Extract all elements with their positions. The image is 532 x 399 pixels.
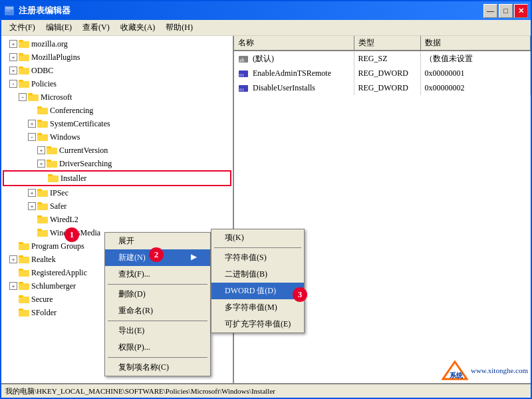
- context-menu[interactable]: 展开 新建(N) ▶ 查找(F)... 删除(D) 重命名(R) 导出(E) 权…: [104, 232, 211, 376]
- close-button[interactable]: ✕: [514, 4, 528, 18]
- tree-item-systemcerts[interactable]: + SystemCertificates: [3, 117, 231, 130]
- menu-edit[interactable]: 编辑(E): [41, 21, 77, 35]
- ctx-separator-3: [108, 357, 207, 358]
- tree-label-realtek: Realtek: [31, 253, 56, 265]
- table-row[interactable]: 01 DisableUserInstalls REG_DWORD 0x00000…: [234, 80, 531, 95]
- expand-odbc[interactable]: +: [9, 66, 17, 74]
- svg-rect-8: [19, 68, 29, 74]
- svg-rect-21: [47, 146, 51, 148]
- expand-realtek[interactable]: +: [9, 255, 17, 263]
- tree-item-odbc[interactable]: + ODBC: [3, 64, 231, 77]
- ctx-permissions[interactable]: 权限(P)...: [105, 339, 210, 356]
- svg-rect-35: [19, 242, 23, 244]
- folder-icon-microsoft: [28, 92, 39, 102]
- expand-windows[interactable]: -: [28, 133, 36, 141]
- svg-rect-29: [37, 202, 42, 204]
- table-row[interactable]: 01 EnableAdminTSRemote REG_DWORD 0x00000…: [234, 66, 531, 80]
- expand-microsoft[interactable]: -: [19, 93, 27, 101]
- ctx-rename[interactable]: 重命名(R): [105, 303, 210, 319]
- ctx-export[interactable]: 导出(E): [105, 323, 210, 339]
- tree-item-microsoft[interactable]: - Microsoft: [3, 90, 231, 104]
- submenu-key[interactable]: 项(K): [211, 229, 304, 246]
- tree-item-wiredl2[interactable]: WiredL2: [3, 213, 231, 226]
- menu-help[interactable]: 帮助(H): [160, 21, 198, 35]
- svg-rect-12: [28, 94, 39, 101]
- folder-icon-secure: [19, 295, 29, 304]
- svg-rect-17: [37, 120, 42, 122]
- svg-rect-20: [47, 148, 57, 154]
- tree-item-currentversion[interactable]: + CurrentVersion: [3, 144, 231, 157]
- tree-label-schlumberger: Schlumberger: [31, 280, 76, 292]
- submenu-binary[interactable]: 二进制值(B): [211, 266, 304, 283]
- tree-label-registeredapplic: RegisteredApplic: [31, 267, 87, 279]
- expand-driversearching[interactable]: +: [37, 160, 45, 168]
- svg-rect-42: [19, 297, 29, 303]
- menu-view[interactable]: 查看(V): [77, 21, 115, 35]
- expand-mozilla[interactable]: +: [9, 40, 17, 48]
- folder-icon-sfolder: [19, 308, 29, 317]
- svg-rect-11: [19, 80, 23, 82]
- folder-icon-wiredl2: [37, 215, 48, 224]
- tree-label-installer: Installer: [61, 172, 86, 184]
- svg-rect-32: [37, 230, 48, 237]
- tree-item-windows[interactable]: - Windows: [3, 130, 231, 144]
- svg-rect-14: [37, 108, 48, 114]
- submenu-multistring[interactable]: 多字符串值(M): [211, 299, 304, 316]
- svg-rect-6: [19, 55, 29, 61]
- tree-item-mozillaplugins[interactable]: + MozillaPlugins: [3, 51, 231, 64]
- expand-mozillaplugins[interactable]: +: [9, 53, 17, 61]
- tree-item-policies[interactable]: - Policies: [3, 77, 231, 90]
- svg-rect-5: [19, 40, 23, 42]
- svg-rect-18: [37, 134, 48, 141]
- submenu-expandstring[interactable]: 可扩充字符串值(E): [211, 316, 304, 332]
- svg-rect-34: [19, 243, 29, 250]
- submenu[interactable]: 项(K) 字符串值(S) 二进制值(B) DWORD 值(D) 多字符串值(M)…: [211, 229, 305, 333]
- folder-icon-policies: [19, 79, 29, 88]
- tree-item-safer[interactable]: + Safer: [3, 200, 231, 213]
- ctx-new-arrow: ▶: [191, 252, 197, 262]
- svg-text:01: 01: [239, 87, 245, 92]
- ctx-expand[interactable]: 展开: [105, 233, 210, 249]
- cell-data-enableadmin: 0x00000001: [420, 66, 531, 80]
- menu-file[interactable]: 文件(F): [4, 21, 41, 35]
- tree-item-installer[interactable]: Installer: [3, 170, 231, 186]
- expand-currentversion[interactable]: +: [37, 146, 45, 154]
- ctx-copy-name[interactable]: 复制项名称(C): [105, 359, 210, 376]
- svg-rect-28: [37, 203, 48, 210]
- svg-rect-43: [19, 295, 23, 297]
- svg-rect-22: [47, 161, 57, 168]
- tree-label-mozillaplugins: MozillaPlugins: [31, 51, 80, 63]
- cell-type-enableadmin: REG_DWORD: [354, 66, 420, 80]
- ctx-new[interactable]: 新建(N) ▶: [105, 249, 210, 266]
- tree-item-mozilla[interactable]: + mozilla.org: [3, 37, 231, 51]
- table-row[interactable]: ab (默认) REG_SZ （数值未设置: [234, 51, 531, 66]
- expand-systemcerts[interactable]: +: [28, 120, 36, 128]
- maximize-button[interactable]: □: [499, 4, 513, 18]
- tree-item-ipsec[interactable]: + IPSec: [3, 186, 231, 200]
- submenu-string[interactable]: 字符串值(S): [211, 249, 304, 266]
- ctx-find[interactable]: 查找(F)...: [105, 266, 210, 283]
- svg-rect-33: [37, 229, 42, 231]
- tree-label-windowsmedia: WindowsMedia: [50, 227, 100, 239]
- cell-name-enableadmin: 01 EnableAdminTSRemote: [234, 66, 354, 80]
- svg-rect-26: [37, 190, 48, 197]
- expand-schlumberger[interactable]: +: [9, 282, 17, 290]
- svg-rect-41: [19, 282, 23, 284]
- expand-policies[interactable]: -: [9, 80, 17, 88]
- expand-safer[interactable]: +: [28, 202, 36, 210]
- tree-label-conferencing: Conferencing: [50, 104, 93, 116]
- folder-icon-ipsec: [37, 188, 48, 198]
- ctx-delete[interactable]: 删除(D): [105, 286, 210, 303]
- expand-ipsec[interactable]: +: [28, 189, 36, 197]
- submenu-dword[interactable]: DWORD 值(D): [211, 283, 304, 299]
- minimize-button[interactable]: —: [483, 4, 497, 18]
- cell-data-default: （数值未设置: [420, 51, 531, 66]
- tree-label-mozilla: mozilla.org: [31, 38, 68, 50]
- svg-rect-15: [37, 106, 42, 108]
- menu-favorites[interactable]: 收藏夹(A): [115, 21, 161, 35]
- tree-item-conferencing[interactable]: Conferencing: [3, 104, 231, 117]
- tree-item-driversearching[interactable]: + DriverSearching: [3, 157, 231, 170]
- svg-rect-25: [48, 174, 53, 176]
- svg-rect-38: [19, 270, 29, 277]
- cell-type-default: REG_SZ: [354, 51, 420, 66]
